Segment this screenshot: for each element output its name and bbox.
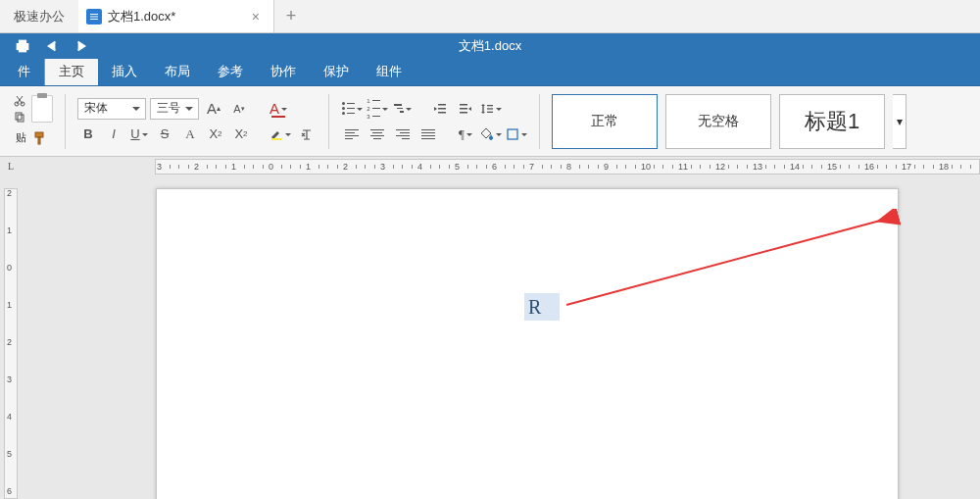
- tab-collab[interactable]: 协作: [257, 58, 310, 85]
- svg-rect-20: [487, 105, 493, 106]
- svg-rect-10: [35, 132, 43, 137]
- superscript-button[interactable]: X2: [205, 124, 226, 145]
- svg-rect-14: [438, 108, 446, 110]
- multilevel-list-icon[interactable]: [392, 98, 414, 120]
- bullets-icon[interactable]: [341, 98, 363, 120]
- horizontal-ruler[interactable]: 3210123456789101112131415161718: [155, 159, 980, 175]
- align-right-icon[interactable]: [392, 124, 414, 145]
- highlight-color-icon[interactable]: [270, 124, 291, 145]
- svg-rect-23: [508, 129, 517, 139]
- svg-rect-2: [90, 19, 98, 20]
- bold-button[interactable]: B: [77, 124, 99, 145]
- copy-icon[interactable]: [12, 110, 27, 124]
- show-marks-icon[interactable]: ¶: [455, 124, 476, 145]
- subscript-button[interactable]: X2: [230, 124, 252, 145]
- borders-icon[interactable]: [506, 124, 527, 145]
- style-no-spacing[interactable]: 无空格: [665, 94, 771, 149]
- style-heading1[interactable]: 标题1: [779, 94, 885, 149]
- vertical-ruler[interactable]: 21012345678: [4, 188, 18, 499]
- align-left-icon[interactable]: [341, 124, 363, 145]
- font-size-select[interactable]: 三号: [150, 98, 199, 120]
- svg-rect-1: [90, 16, 98, 17]
- svg-rect-12: [271, 138, 281, 140]
- annotation-arrow: [557, 209, 909, 317]
- font-color-icon[interactable]: A: [268, 98, 289, 120]
- document-tab[interactable]: 文档1.docx* ×: [78, 0, 274, 32]
- svg-rect-16: [460, 104, 467, 106]
- app-name: 极速办公: [0, 0, 78, 32]
- styles-more-button[interactable]: ▾: [893, 94, 906, 149]
- svg-rect-22: [487, 111, 493, 112]
- tab-title: 文档1.docx*: [108, 8, 248, 25]
- undo-icon[interactable]: [43, 37, 61, 55]
- numbering-icon[interactable]: 123: [367, 98, 388, 120]
- shading-icon[interactable]: [480, 124, 502, 145]
- tab-references[interactable]: 参考: [204, 58, 257, 85]
- svg-rect-15: [438, 112, 446, 114]
- document-icon: [86, 9, 102, 25]
- tab-protect[interactable]: 保护: [310, 58, 363, 85]
- svg-rect-21: [487, 108, 493, 109]
- style-normal[interactable]: 正常: [552, 94, 658, 149]
- document-page[interactable]: R: [156, 188, 899, 499]
- cut-icon[interactable]: [12, 94, 27, 108]
- line-spacing-icon[interactable]: [480, 98, 502, 120]
- align-center-icon[interactable]: [367, 124, 388, 145]
- print-icon[interactable]: [14, 37, 31, 55]
- svg-rect-0: [90, 14, 98, 15]
- italic-button[interactable]: I: [103, 124, 124, 145]
- svg-rect-18: [460, 112, 467, 114]
- font-case-button[interactable]: A: [179, 124, 201, 145]
- svg-line-24: [566, 217, 895, 305]
- redo-icon[interactable]: [73, 37, 90, 55]
- grow-font-icon[interactable]: A▴: [203, 98, 224, 120]
- strike-button[interactable]: S: [154, 124, 175, 145]
- svg-rect-11: [38, 137, 40, 144]
- clipboard-icon: [31, 95, 53, 123]
- font-family-select[interactable]: 宋体: [77, 98, 146, 120]
- document-text-selection[interactable]: R: [524, 293, 560, 321]
- svg-rect-19: [482, 105, 483, 113]
- shrink-font-icon[interactable]: A▾: [228, 98, 250, 120]
- tab-insert[interactable]: 插入: [98, 58, 151, 85]
- paste-label[interactable]: 贴: [16, 130, 26, 145]
- decrease-indent-icon[interactable]: [429, 98, 451, 120]
- ruler-corner: L: [8, 157, 14, 175]
- new-tab-button[interactable]: +: [274, 0, 308, 32]
- underline-button[interactable]: U: [128, 124, 150, 145]
- clear-formatting-icon[interactable]: [295, 124, 317, 145]
- align-justify-icon[interactable]: [417, 124, 439, 145]
- tab-layout[interactable]: 布局: [151, 58, 204, 85]
- svg-rect-13: [438, 104, 446, 106]
- tab-home[interactable]: 主页: [45, 58, 98, 85]
- svg-rect-17: [460, 108, 467, 110]
- document-title: 文档1.docx: [459, 37, 521, 55]
- svg-rect-5: [20, 48, 26, 51]
- svg-rect-4: [20, 40, 26, 43]
- tab-file[interactable]: 件: [4, 58, 45, 85]
- increase-indent-icon[interactable]: [455, 98, 476, 120]
- tab-close-icon[interactable]: ×: [248, 9, 264, 25]
- tab-components[interactable]: 组件: [363, 58, 416, 85]
- svg-rect-8: [16, 113, 22, 120]
- format-painter-icon[interactable]: [28, 127, 50, 149]
- svg-rect-9: [18, 115, 24, 122]
